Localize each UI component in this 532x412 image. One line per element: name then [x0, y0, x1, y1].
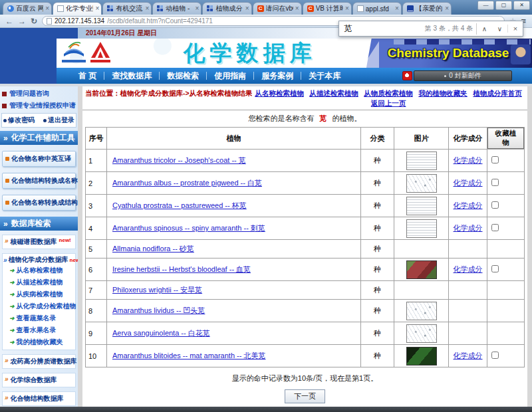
favorite-checkbox[interactable]: [491, 179, 499, 186]
browser-tab[interactable]: appl.sfd×: [352, 2, 402, 15]
plant-thumbnail[interactable]: [406, 152, 437, 170]
plant-link[interactable]: Philoxerus wrightii -- 安旱苋: [112, 286, 202, 294]
next-page-button[interactable]: 下一页: [285, 389, 325, 403]
plant-link[interactable]: Amaranthus albus -- prostrate pigweed --…: [112, 179, 262, 187]
tab-close-icon[interactable]: ×: [45, 5, 49, 12]
nav-item[interactable]: 数据检索: [160, 70, 206, 82]
browser-tab[interactable]: 有机交流×: [102, 2, 152, 15]
tab-close-icon[interactable]: ×: [95, 5, 99, 12]
tab-close-icon[interactable]: ×: [345, 5, 349, 12]
favorite-checkbox[interactable]: [491, 265, 499, 272]
sidebar-admin-link[interactable]: 管理专业情报授权申请: [0, 100, 78, 112]
sidebar-tool-button[interactable]: 化合物名称中英互译: [2, 151, 76, 167]
sidebar-sub-link[interactable]: ➜我的植物收藏夹: [3, 336, 74, 348]
category-cell: 种: [361, 258, 394, 281]
close-button[interactable]: ✕: [513, 1, 530, 10]
nav-item[interactable]: 服务案例: [254, 70, 301, 82]
image-cell: [394, 322, 449, 345]
sidebar-group-title[interactable]: »植物化学成分数据库new!: [3, 255, 74, 264]
quick-link[interactable]: 我的植物收藏夹: [418, 89, 467, 98]
favorite-checkbox[interactable]: [491, 201, 499, 209]
browser-tab[interactable]: 动植物 -×: [152, 2, 201, 15]
browser-tab[interactable]: 【亲爱的】×: [402, 2, 452, 15]
sidebar-db-link[interactable]: »农药高分辨质谱数据库new!: [2, 354, 76, 369]
favorite-header-button[interactable]: 收藏植物: [487, 128, 524, 149]
plant-thumbnail[interactable]: [406, 219, 437, 238]
sidebar-db-link[interactable]: »核磁谱图数据库new!: [2, 235, 76, 249]
maximize-button[interactable]: ▢: [495, 1, 512, 10]
plant-link[interactable]: Amaranthus blitoides -- mat amaranth -- …: [112, 352, 265, 360]
nav-item[interactable]: 查找数据库: [104, 70, 159, 82]
arrow-icon: ➜: [9, 303, 15, 310]
tab-close-icon[interactable]: ×: [395, 5, 399, 12]
sidebar-db-link[interactable]: »化学综合数据库: [2, 373, 76, 387]
tab-close-icon[interactable]: ×: [445, 5, 449, 12]
tab-close-icon[interactable]: ×: [295, 5, 299, 12]
mail-status[interactable]: 0 封新邮件: [414, 70, 512, 81]
mail-widget: 0 封新邮件: [402, 70, 512, 82]
plant-thumbnail[interactable]: [406, 347, 437, 365]
back-icon[interactable]: ←: [5, 17, 13, 25]
sidebar-sub-link[interactable]: ➜查看水果名录: [3, 324, 74, 336]
tab-strip: 百度云 网×化学专业数×有机交流×动植物 -×植物成分×C请问在vb中×CVB …: [0, 0, 532, 15]
tab-close-icon[interactable]: ×: [196, 5, 200, 12]
plant-link[interactable]: Iresine herbstii -- Herbst's bloodleaf -…: [112, 265, 251, 273]
nav-item[interactable]: 使用指南: [207, 70, 253, 82]
plant-link[interactable]: Amaranthus lividus -- 凹头苋: [112, 306, 205, 314]
favorite-cell: [487, 322, 525, 345]
browser-tab[interactable]: 植物成分×: [202, 2, 251, 15]
forward-icon[interactable]: →: [18, 17, 26, 25]
plant-link[interactable]: Amaranthus tricolor -- Joseph's-coat -- …: [112, 156, 246, 164]
sidebar-tool-button[interactable]: 化合物名称转换成结构: [2, 195, 76, 211]
tab-close-icon[interactable]: ×: [145, 5, 149, 12]
plant-thumbnail[interactable]: [406, 260, 437, 279]
plant-thumbnail[interactable]: [406, 197, 437, 215]
find-previous-icon[interactable]: ∧: [477, 25, 492, 33]
reload-icon[interactable]: ↻: [31, 17, 37, 25]
sidebar-admin-link[interactable]: 管理问题咨询: [0, 88, 78, 100]
quick-link[interactable]: 从名称检索植物: [255, 89, 304, 98]
nav-item[interactable]: 关于本库: [301, 70, 348, 82]
account-link[interactable]: 退出登录: [43, 116, 74, 125]
sidebar-sub-link[interactable]: ➜查看蔬菜名录: [3, 312, 74, 324]
nav-item[interactable]: 首 页: [71, 70, 104, 82]
sidebar-db-link[interactable]: »化合物结构数据库: [2, 391, 76, 406]
sidebar-sub-link[interactable]: ➜从化学成分检索植物: [3, 300, 74, 312]
plant-thumbnail[interactable]: [406, 324, 437, 343]
browser-tab[interactable]: 百度云 网×: [3, 2, 52, 15]
quick-link[interactable]: 植物成分库首页: [473, 89, 522, 98]
find-next-icon[interactable]: ∨: [492, 25, 507, 33]
plant-link[interactable]: Amaranthus spinosus -- spiny amaranth --…: [112, 224, 265, 232]
quick-link[interactable]: 从物质检索植物: [364, 89, 413, 98]
sidebar-sub-link[interactable]: ➜从疾病检索植物: [3, 288, 74, 300]
chem-link[interactable]: 化学成分: [454, 156, 483, 164]
plant-thumbnail[interactable]: [406, 302, 437, 320]
quick-link[interactable]: 从描述检索植物: [309, 89, 358, 98]
browser-tab[interactable]: CVB 计算时×: [303, 2, 352, 15]
plant-link[interactable]: Aerva sanguinolenta -- 白花苋: [112, 329, 210, 337]
sidebar-sub-link[interactable]: ➜从名称检索植物: [3, 264, 74, 276]
sidebar-sub-link[interactable]: ➜从描述检索植物: [3, 276, 74, 288]
chem-link[interactable]: 化学成分: [454, 265, 483, 273]
chem-link[interactable]: 化学成分: [454, 224, 483, 232]
browser-tab[interactable]: 化学专业数×: [53, 2, 102, 15]
back-page-link[interactable]: 返回上一页: [371, 99, 406, 108]
plant-link[interactable]: Allmania nodiflora -- 砂苋: [112, 245, 194, 253]
tab-close-icon[interactable]: ×: [245, 5, 249, 12]
account-link[interactable]: 修改密码: [3, 116, 35, 125]
find-input[interactable]: 苋: [339, 23, 425, 35]
sidebar-tool-button[interactable]: 化合物结构转换成名称: [2, 173, 76, 189]
plant-thumbnail[interactable]: [406, 174, 437, 193]
plant-link[interactable]: Cyathula prostrata -- pastureweed -- 杯苋: [112, 201, 247, 209]
chem-link[interactable]: 化学成分: [454, 201, 483, 209]
chem-link[interactable]: 化学成分: [454, 352, 483, 360]
favorite-checkbox[interactable]: [491, 352, 499, 359]
sidebar-section-header: »数据库检索: [0, 217, 78, 231]
find-close-icon[interactable]: ×: [507, 25, 523, 33]
favorite-checkbox[interactable]: [491, 224, 499, 231]
chem-link[interactable]: 化学成分: [454, 179, 483, 187]
browser-tab[interactable]: C请问在vb中×: [253, 2, 302, 15]
sidebar-group: »植物化学成分数据库new!➜从名称检索植物➜从描述检索植物➜从疾病检索植物➜从…: [2, 253, 76, 350]
minimize-button[interactable]: —: [477, 1, 494, 10]
favorite-checkbox[interactable]: [491, 156, 499, 163]
